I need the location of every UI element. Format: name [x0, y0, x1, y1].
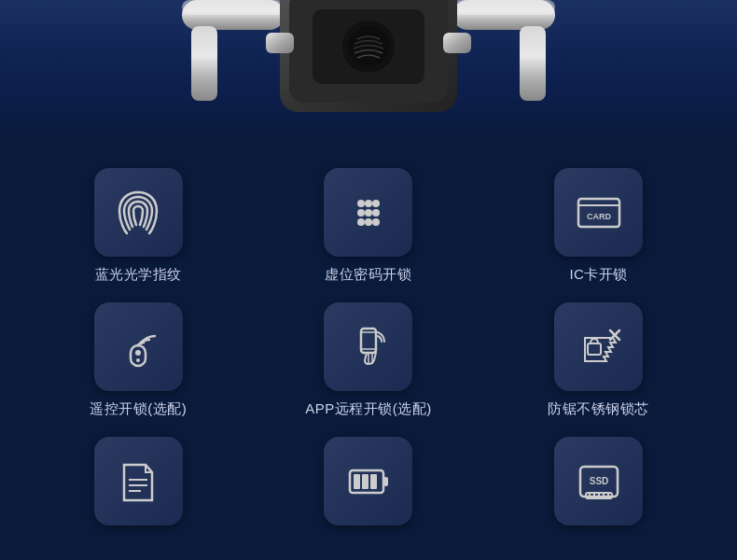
svg-rect-11	[266, 33, 294, 53]
feature-card: CARD IC卡开锁	[497, 168, 700, 284]
ssd-icon-box: SSD	[554, 437, 643, 525]
svg-point-13	[357, 200, 365, 207]
app-label: APP远程开锁(选配)	[305, 400, 432, 418]
svg-point-27	[136, 358, 140, 362]
svg-rect-42	[362, 474, 368, 489]
svg-rect-43	[370, 474, 377, 489]
svg-point-16	[357, 209, 365, 217]
features-section: 蓝光光学指纹 虚位密码开锁	[0, 149, 737, 560]
keypad-icon	[341, 185, 396, 241]
fingerprint-icon-box	[94, 168, 183, 257]
battery-icon-box	[324, 437, 412, 525]
ssd-label	[592, 535, 605, 551]
svg-text:CARD: CARD	[587, 212, 611, 221]
svg-point-17	[365, 209, 372, 217]
svg-rect-41	[354, 474, 360, 489]
remote-icon-box	[94, 302, 183, 391]
svg-point-15	[372, 200, 380, 207]
features-grid: 蓝光光学指纹 虚位密码开锁	[37, 168, 700, 551]
svg-rect-2	[191, 26, 217, 101]
card-label: IC卡开锁	[569, 266, 628, 284]
app-icon-box	[324, 302, 412, 391]
lockcore-icon	[571, 319, 627, 375]
feature-remote: 遥控开锁(选配)	[37, 302, 240, 418]
feature-battery	[268, 437, 470, 551]
fingerprint-icon	[110, 185, 166, 241]
svg-rect-12	[443, 33, 471, 53]
card-icon-box: CARD	[554, 168, 643, 257]
fingerprint-label: 蓝光光学指纹	[95, 266, 182, 284]
lockcore-icon-box	[554, 302, 643, 391]
password-label: 虚位密码开锁	[325, 266, 411, 284]
svg-rect-35	[588, 343, 601, 355]
remote-label: 遥控开锁(选配)	[90, 400, 187, 418]
card-icon: CARD	[571, 185, 627, 241]
ssd-icon: SSD	[571, 454, 627, 510]
svg-point-20	[365, 218, 372, 226]
svg-rect-1	[182, 0, 285, 15]
doc-icon	[110, 454, 166, 510]
battery-icon	[341, 454, 396, 510]
svg-text:SSD: SSD	[589, 476, 608, 486]
app-icon	[341, 319, 396, 375]
svg-point-14	[365, 200, 372, 207]
feature-app: APP远程开锁(选配)	[268, 302, 470, 418]
battery-label	[363, 535, 375, 551]
svg-point-19	[357, 218, 365, 226]
feature-fingerprint: 蓝光光学指纹	[37, 168, 240, 284]
doc-label	[132, 535, 145, 551]
feature-ssd: SSD	[497, 437, 700, 551]
svg-rect-4	[452, 0, 555, 15]
svg-point-26	[135, 350, 141, 356]
doc-icon-box	[94, 437, 183, 525]
lockcore-label: 防锯不锈钢锁芯	[548, 400, 649, 418]
svg-point-18	[372, 209, 380, 217]
svg-rect-40	[383, 477, 388, 486]
svg-point-10	[348, 26, 389, 67]
password-icon-box	[324, 168, 412, 257]
feature-password: 虚位密码开锁	[268, 168, 470, 284]
remote-icon	[110, 319, 166, 375]
top-section	[0, 0, 737, 149]
feature-lockcore: 防锯不锈钢锁芯	[497, 302, 700, 418]
lock-image	[126, 0, 611, 140]
feature-doc	[37, 437, 240, 551]
svg-rect-5	[520, 26, 546, 101]
svg-point-21	[372, 218, 380, 226]
